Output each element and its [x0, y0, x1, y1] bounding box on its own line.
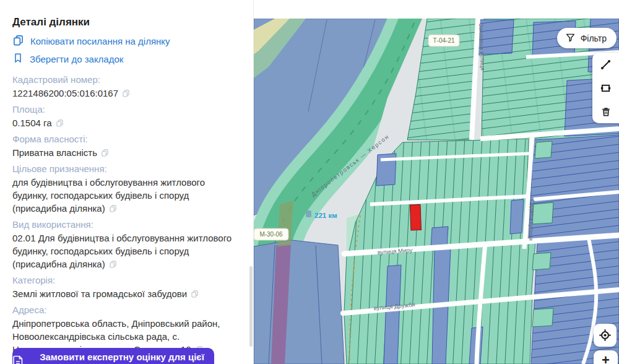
selected-parcel-highlight[interactable]	[410, 204, 421, 230]
map-toolbar	[592, 53, 619, 123]
field-cadastral-number: Кадастровий номер: 1221486200:05:016:016…	[12, 74, 240, 100]
field-purpose: Цільове призначення: для будівництва і о…	[12, 163, 240, 215]
field-category: Категорія: Землі житлової та громадської…	[12, 274, 240, 301]
copy-link-action[interactable]: Копіювати посилання на ділянку	[12, 34, 240, 48]
measure-tool-button[interactable]	[592, 53, 619, 76]
water-area-south[interactable]	[254, 240, 344, 364]
parcel-teal[interactable]	[532, 308, 553, 327]
measure-icon	[600, 59, 612, 71]
map-canvas[interactable]: Т-04-21 М-30-06 221 км Дніпропетровськ —…	[254, 19, 619, 364]
copy-value-icon[interactable]	[109, 258, 117, 271]
copy-link-icon	[12, 34, 24, 48]
rectangle-tool-button[interactable]	[592, 76, 619, 100]
bookmark-action[interactable]: Зберегти до закладок	[12, 52, 240, 66]
copy-value-icon[interactable]	[191, 288, 199, 301]
funnel-icon	[565, 32, 576, 45]
zoom-in-button[interactable]: +	[594, 350, 618, 364]
road-label-t0421: Т-04-21	[433, 37, 454, 44]
delete-tool-button[interactable]	[592, 100, 619, 123]
field-area: Площа: 0.1504 га	[12, 103, 240, 130]
geolocate-icon	[599, 329, 612, 342]
trash-icon	[600, 106, 612, 118]
details-panel: Деталі ділянки Копіювати посилання на ді…	[0, 0, 254, 364]
field-ownership: Форма власності: Приватна власність	[12, 133, 240, 160]
copy-value-icon[interactable]	[101, 147, 109, 160]
km-label: 221 км	[314, 212, 337, 219]
bookmark-label: Зберегти до закладок	[30, 54, 123, 64]
map-stage: Т-04-21 М-30-06 221 км Дніпропетровськ —…	[254, 0, 619, 364]
geolocate-button[interactable]	[594, 324, 617, 347]
copy-link-label: Копіювати посилання на ділянку	[30, 36, 170, 46]
copy-value-icon[interactable]	[56, 117, 64, 130]
copy-value-icon[interactable]	[122, 87, 130, 100]
km-marker-icon	[306, 210, 311, 217]
rectangle-icon	[600, 82, 612, 94]
field-use-type: Вид використання: 02.01 Для будівництва …	[12, 219, 240, 271]
field-list: Кадастровий номер: 1221486200:05:016:016…	[12, 74, 240, 357]
page-title: Деталі ділянки	[12, 16, 240, 28]
panel-scrollbar[interactable]	[249, 266, 253, 347]
parcel-teal[interactable]	[532, 253, 551, 270]
road-label-m3006: М-30-06	[259, 231, 283, 238]
cadastral-map-app: Деталі ділянки Копіювати посилання на ді…	[0, 0, 619, 364]
filter-button[interactable]: Фільтр	[557, 28, 617, 48]
parcel-teal[interactable]	[535, 141, 552, 158]
street-label-sadova: Садова вулиця	[528, 199, 536, 241]
copy-value-icon[interactable]	[109, 202, 117, 215]
parcel-blue[interactable]	[510, 199, 524, 234]
document-icon	[12, 355, 24, 364]
bookmark-icon	[12, 52, 24, 66]
map-layers: Т-04-21 М-30-06 221 км Дніпропетровськ —…	[254, 19, 619, 364]
order-assessment-button[interactable]: Замовити експертну оцінку для цієї ділян…	[12, 348, 214, 364]
